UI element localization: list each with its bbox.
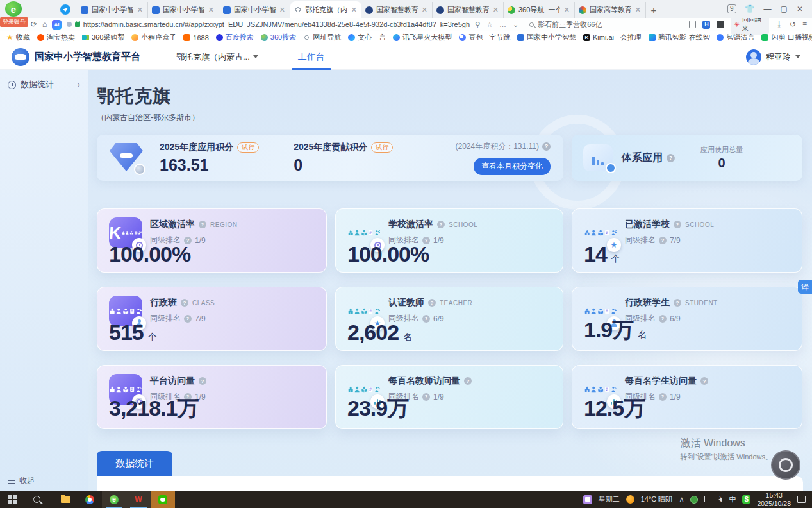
bookmark-item[interactable]: 1688 (183, 34, 208, 42)
tab-close-icon[interactable]: ✕ (421, 6, 428, 14)
platform-brand[interactable]: 国家中小学智慧教育平台 (12, 48, 140, 66)
bookmark-star-icon[interactable]: ☆ (486, 21, 493, 29)
clock-datetime[interactable]: 15:432025/10/28 (757, 491, 791, 507)
browser-tab[interactable]: 360导航_一个主页 ✕ (504, 2, 575, 18)
translate-fab[interactable]: 译 (798, 280, 812, 294)
browser-tab[interactable]: 国家中小学智慧教 ✕ (77, 2, 148, 18)
download-icon[interactable]: ⭳ (775, 21, 783, 28)
bookmark-item[interactable]: 淘宝热卖 (37, 33, 75, 42)
info-icon[interactable]: ? (437, 221, 445, 228)
weather-label[interactable]: 14°C 晴朗 (641, 495, 673, 504)
taskbar-search-button[interactable] (24, 491, 49, 508)
menu-hamburger-icon[interactable]: ≡ (802, 21, 807, 28)
wechat-button[interactable] (151, 491, 175, 508)
huihui-extension-icon[interactable]: H (702, 21, 710, 29)
stat-card[interactable]: K ★ (572, 365, 802, 429)
info-icon[interactable]: ? (422, 315, 430, 323)
tab-close-icon[interactable]: ✕ (563, 6, 570, 14)
tab-close-icon[interactable]: ✕ (351, 6, 358, 14)
info-icon[interactable]: ? (700, 377, 708, 385)
calendar-icon[interactable] (583, 495, 592, 504)
stat-card[interactable]: K ★ (572, 287, 802, 351)
bookmark-item[interactable]: 网址导航 (303, 33, 341, 42)
tab-close-icon[interactable]: ✕ (137, 6, 144, 14)
minimize-button[interactable]: — (764, 4, 772, 13)
info-icon[interactable]: ? (184, 315, 192, 323)
bookmark-item[interactable]: 国家中小学智慧 (517, 33, 576, 42)
ssl-lock-icon[interactable] (75, 22, 80, 27)
theme-icon[interactable]: 👕 (745, 4, 755, 13)
tab-close-icon[interactable]: ✕ (208, 6, 215, 14)
browser-360-logo[interactable]: e (5, 1, 22, 17)
help-icon[interactable]: ? (667, 154, 675, 162)
sogou-tray-icon[interactable]: S (742, 495, 750, 504)
download-count-badge[interactable]: 9 (727, 4, 736, 13)
stat-card[interactable]: K ★ (97, 287, 327, 351)
start-button[interactable] (0, 491, 24, 508)
system-application-card[interactable]: 体系应用 ? 应用使用总量 0 (572, 135, 802, 181)
bookmark-item[interactable]: 百度搜索 (216, 33, 254, 42)
info-icon[interactable]: ? (181, 299, 188, 307)
antivirus-tray-icon[interactable] (690, 496, 698, 504)
bookmark-item[interactable]: 360搜索 (261, 33, 296, 42)
browser-search-field[interactable]: 影石前三季营收66亿 (524, 19, 684, 30)
reading-mode-icon[interactable] (689, 21, 696, 28)
volume-icon[interactable] (718, 497, 722, 502)
reader-idea-icon[interactable]: ⚲ (475, 21, 480, 29)
bookmark-item[interactable]: 文心一言 (348, 33, 386, 42)
close-button[interactable]: ✕ (797, 4, 803, 13)
assistant-camera-fab[interactable] (771, 450, 800, 480)
tab-close-icon[interactable]: ✕ (492, 6, 499, 14)
browser-360-button[interactable]: e (102, 491, 126, 508)
info-icon[interactable]: ? (659, 393, 667, 401)
maximize-button[interactable]: ▢ (781, 4, 788, 13)
search-suggestion-text[interactable]: 影石前三季营收66亿 (538, 20, 602, 30)
bookmark-item[interactable]: 小程序盒子 (131, 33, 176, 42)
view-monthly-score-button[interactable]: 查看本月积分变化 (474, 158, 551, 175)
tab-close-icon[interactable]: ✕ (279, 6, 286, 14)
chrome-button[interactable] (78, 491, 102, 508)
bookmark-item[interactable]: 智谱清言 (717, 33, 754, 42)
file-explorer-button[interactable] (53, 491, 78, 508)
more-tools-icon[interactable]: … (499, 21, 506, 28)
tray-chevron-icon[interactable]: ∧ (679, 495, 684, 504)
browser-tab[interactable]: 国家中小学智慧教 ✕ (219, 2, 290, 18)
bookmark-item[interactable]: Kimi.ai - 会推理 (583, 33, 642, 42)
bookmark-item[interactable]: 收藏 (6, 33, 30, 42)
tab-data-statistics[interactable]: 数据统计 (97, 451, 172, 476)
info-icon[interactable]: ? (674, 221, 681, 228)
notification-center-icon[interactable] (797, 496, 806, 503)
info-icon[interactable]: ? (422, 393, 430, 401)
home-icon[interactable]: ⌂ (42, 21, 47, 28)
bookmark-item[interactable]: 360采购帮 (82, 33, 124, 42)
browser-tab[interactable]: 国家智慧教育公共 ✕ (361, 2, 433, 18)
url-field[interactable]: https://admin.basic.smartedu.cn/#/app/zx… (67, 19, 470, 30)
ime-indicator[interactable]: 中 (729, 495, 736, 504)
stat-card[interactable]: K ★ (97, 365, 327, 429)
info-icon[interactable]: ? (674, 299, 681, 307)
tab-close-icon[interactable]: ✕ (634, 6, 642, 14)
browser-tab[interactable]: 国家智慧教育公共 ✕ (433, 2, 504, 18)
stat-card[interactable]: K ★ (335, 208, 563, 273)
login-account-tag[interactable]: 登录账号 (0, 17, 28, 27)
info-icon[interactable]: ? (659, 315, 667, 323)
bookmark-item[interactable]: 腾讯智影-在线智 (649, 33, 710, 42)
info-icon[interactable]: ? (428, 299, 436, 307)
wps-button[interactable]: W (126, 491, 151, 508)
stat-card[interactable]: K ★ (335, 287, 563, 351)
region-selector[interactable]: 鄂托克旗（内蒙古... (176, 51, 258, 63)
url-text[interactable]: https://admin.basic.smartedu.cn/#/app/zx… (83, 21, 470, 28)
info-icon[interactable]: ? (464, 377, 472, 385)
site-info-icon[interactable] (67, 22, 72, 27)
weekday-label[interactable]: 星期二 (599, 495, 620, 504)
browser-tab[interactable]: 鄂托克旗（内蒙古 ✕ (290, 1, 361, 18)
info-icon[interactable]: ? (199, 377, 206, 385)
info-icon[interactable]: ? (659, 237, 667, 244)
extensions-icon[interactable] (717, 21, 724, 28)
restore-tab-icon[interactable]: ↺ (790, 21, 796, 28)
browser-tab[interactable]: 国家高等教育智慧 ✕ (575, 2, 646, 18)
weather-sun-icon[interactable] (626, 495, 634, 504)
user-menu[interactable]: 程亚玲 (746, 49, 800, 65)
info-icon[interactable]: ? (199, 221, 206, 228)
stat-card[interactable]: K ★ (97, 208, 327, 273)
